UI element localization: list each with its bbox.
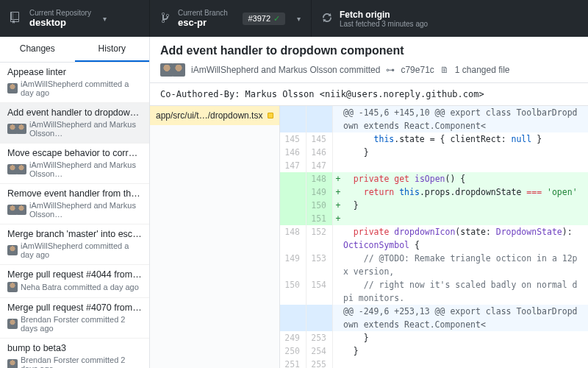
repo-value: desktop xyxy=(29,17,91,28)
diff-line: @@ -145,6 +145,10 @@ export class Toolba… xyxy=(280,106,588,132)
toolbar: Current Repository desktop ▾ Current Bra… xyxy=(0,0,588,37)
branch-icon xyxy=(160,12,171,26)
diff-line: 251255 xyxy=(280,358,588,368)
fetch-title: Fetch origin xyxy=(340,10,428,20)
commit-title: Add event handler to dropdown component xyxy=(160,44,578,57)
commit-item-title: Appease linter xyxy=(7,67,142,77)
coauthor-line: Co-Authored-By: Markus Olsson <niik@user… xyxy=(150,83,588,106)
commit-item-title: Merge pull request #4070 from desk… xyxy=(7,302,142,313)
commit-item[interactable]: Move escape behavior to correct co… iAmW… xyxy=(0,144,149,184)
file-list: app/src/ui/t…/dropdown.tsx xyxy=(150,106,280,368)
fetch-button[interactable]: Fetch origin Last fetched 3 minutes ago xyxy=(312,0,588,37)
file-icon: 🗎 xyxy=(440,65,449,75)
commit-authors: iAmWillShepherd and Markus Olsson commit… xyxy=(191,65,380,75)
commit-hash: c79e71c xyxy=(401,65,434,75)
commit-item-title: Merge pull request #4044 from des… xyxy=(7,269,142,280)
branch-selector[interactable]: Current Branch esc-pr #3972✓ ▾ xyxy=(150,0,312,37)
commit-item-title: Move escape behavior to correct co… xyxy=(7,148,142,158)
commit-item[interactable]: Add event handler to dropdown com… iAmWi… xyxy=(0,103,149,144)
diff-line: 146146 } xyxy=(280,146,588,159)
caret-icon: ▾ xyxy=(103,15,107,23)
pr-badge: #3972✓ xyxy=(243,13,285,25)
commit-detail: Add event handler to dropdown component … xyxy=(150,37,588,368)
diff-line: 151+ xyxy=(280,212,588,225)
diff-line: 150+ } xyxy=(280,199,588,212)
diff-line: 149+ return this.props.dropdownState ===… xyxy=(280,185,588,199)
commit-item[interactable]: Appease linter iAmWillShepherd committed… xyxy=(0,63,149,103)
diff-line: 148152 private dropdownIcon(state: Dropd… xyxy=(280,225,588,252)
diff-line: @@ -249,6 +253,13 @@ export class Toolba… xyxy=(280,305,588,331)
commit-item-meta: iAmWillShepherd and Markus Olsson… xyxy=(7,120,142,138)
commit-item-title: Remove event handler from the bran… xyxy=(7,188,142,199)
commit-item-meta: iAmWillShepherd committed a day ago xyxy=(7,241,142,259)
diff-line: 150154 // right now it's scaled badly on… xyxy=(280,278,588,305)
commit-list[interactable]: Appease linter iAmWillShepherd committed… xyxy=(0,63,149,368)
diff-line: 147147 xyxy=(280,159,588,172)
diff-line: 249253 } xyxy=(280,331,588,344)
commit-item-title: Merge branch 'master' into esc-pr xyxy=(7,229,142,239)
commit-item[interactable]: bump to beta3 Brendan Forster committed … xyxy=(0,339,149,368)
tab-changes[interactable]: Changes xyxy=(0,37,75,62)
commit-item[interactable]: Remove event handler from the bran… iAmW… xyxy=(0,184,149,224)
files-changed: 1 changed file xyxy=(455,65,510,75)
commit-item-meta: Brendan Forster committed 2 days ago xyxy=(7,315,142,333)
check-icon: ✓ xyxy=(273,14,280,24)
caret-icon: ▾ xyxy=(297,15,301,23)
file-path: app/src/ui/t…/dropdown.tsx xyxy=(156,110,263,121)
commit-item-meta: iAmWillShepherd and Markus Olsson… xyxy=(7,201,142,219)
commit-item-meta: Neha Batra committed a day ago xyxy=(7,282,142,292)
repo-icon xyxy=(10,12,22,26)
branch-label: Current Branch xyxy=(178,9,228,17)
commit-icon: ⊶ xyxy=(386,65,395,75)
commit-item[interactable]: Merge branch 'master' into esc-pr iAmWil… xyxy=(0,224,149,265)
sidebar: Changes History Appease linter iAmWillSh… xyxy=(0,37,150,368)
repo-selector[interactable]: Current Repository desktop ▾ xyxy=(0,0,150,37)
repo-label: Current Repository xyxy=(29,9,91,17)
commit-item-meta: Brendan Forster committed 2 days ago xyxy=(7,355,142,368)
file-row[interactable]: app/src/ui/t…/dropdown.tsx xyxy=(150,106,279,125)
commit-item-meta: iAmWillShepherd and Markus Olsson… xyxy=(7,160,142,178)
diff-line: 149153 // @TODO: Remake triangle octicon… xyxy=(280,252,588,278)
diff-view[interactable]: @@ -145,6 +145,10 @@ export class Toolba… xyxy=(280,106,588,368)
sync-icon xyxy=(322,12,332,26)
author-avatars xyxy=(160,63,185,77)
commit-item-title: bump to beta3 xyxy=(7,343,142,353)
tab-history[interactable]: History xyxy=(75,37,150,62)
commit-item-meta: iAmWillShepherd committed a day ago xyxy=(7,79,142,97)
commit-item-title: Add event handler to dropdown com… xyxy=(7,107,142,118)
diff-modified-icon xyxy=(268,113,273,118)
fetch-subtitle: Last fetched 3 minutes ago xyxy=(340,20,428,28)
diff-line: 148+ private get isOpen() { xyxy=(280,172,588,185)
diff-line: 250254 } xyxy=(280,344,588,358)
commit-item[interactable]: Merge pull request #4070 from desk… Bren… xyxy=(0,298,149,339)
branch-value: esc-pr xyxy=(178,17,228,28)
commit-item[interactable]: Merge pull request #4044 from des… Neha … xyxy=(0,265,149,298)
sidebar-tabs: Changes History xyxy=(0,37,149,63)
diff-line: 145145 this.state = { clientRect: null } xyxy=(280,132,588,146)
